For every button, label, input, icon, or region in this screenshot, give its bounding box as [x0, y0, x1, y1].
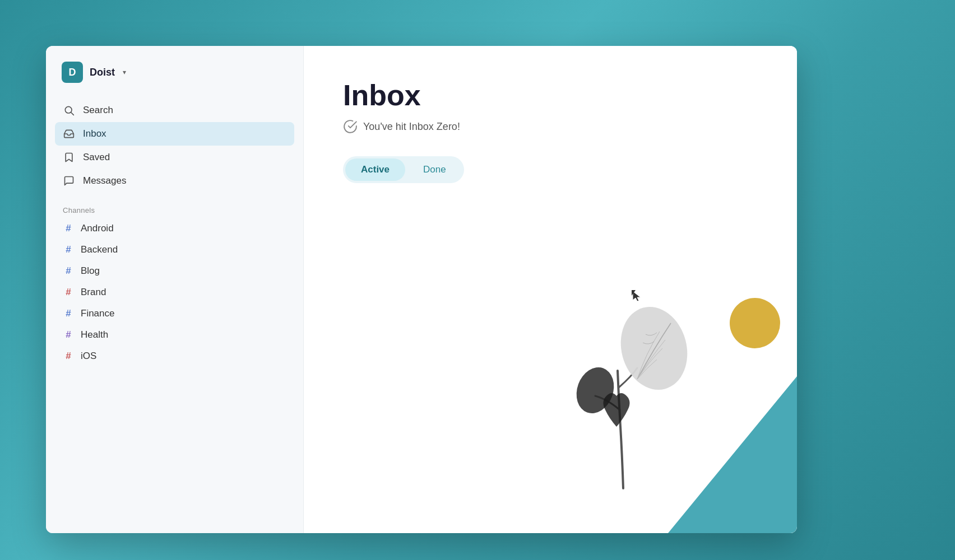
channel-android-label: Android [81, 223, 114, 234]
hash-icon: # [63, 329, 74, 340]
channel-health[interactable]: # Health [55, 324, 294, 346]
svg-line-1 [71, 113, 74, 115]
sidebar: D Doist ▾ Search [46, 46, 304, 533]
channels-label: Channels [55, 206, 294, 214]
hash-icon: # [63, 244, 74, 255]
search-icon [63, 104, 75, 116]
channel-android[interactable]: # Android [55, 218, 294, 239]
channel-blog[interactable]: # Blog [55, 260, 294, 282]
channel-ios-label: iOS [81, 351, 96, 362]
channel-brand-label: Brand [81, 287, 106, 298]
app-window: D Doist ▾ Search [46, 46, 797, 533]
filter-tabs: Active Done [343, 156, 464, 183]
message-icon [63, 175, 75, 187]
channel-backend-label: Backend [81, 244, 118, 255]
workspace-header[interactable]: D Doist ▾ [46, 46, 303, 94]
teal-shape [601, 376, 797, 533]
sidebar-item-search-label: Search [83, 105, 113, 116]
check-circle-icon [343, 119, 358, 134]
yellow-circle-decoration [730, 298, 780, 348]
svg-marker-2 [601, 376, 797, 533]
tab-active[interactable]: Active [345, 158, 405, 181]
illustration [483, 253, 797, 533]
plant-illustration [550, 298, 696, 500]
hash-icon: # [63, 308, 74, 319]
sidebar-item-saved[interactable]: Saved [55, 146, 294, 169]
sidebar-item-inbox-label: Inbox [83, 128, 106, 139]
channel-brand[interactable]: # Brand [55, 282, 294, 303]
page-title: Inbox [343, 80, 758, 111]
channel-finance[interactable]: # Finance [55, 303, 294, 324]
tab-done[interactable]: Done [407, 158, 462, 181]
nav-list: Search Inbox Saved [46, 94, 303, 197]
workspace-icon: D [62, 62, 83, 83]
channel-health-label: Health [81, 329, 108, 340]
sidebar-item-messages[interactable]: Messages [55, 169, 294, 193]
cursor [632, 290, 643, 304]
chevron-down-icon: ▾ [123, 68, 126, 76]
sidebar-item-messages-label: Messages [83, 175, 126, 186]
sidebar-item-inbox[interactable]: Inbox [55, 122, 294, 146]
channel-blog-label: Blog [81, 265, 100, 277]
inbox-icon [63, 128, 75, 140]
channels-section: Channels # Android # Backend # Blog # Br… [46, 197, 303, 367]
inbox-zero-text: You've hit Inbox Zero! [363, 121, 460, 133]
channel-ios[interactable]: # iOS [55, 346, 294, 367]
inbox-zero-status: You've hit Inbox Zero! [343, 119, 758, 134]
inbox-area: Inbox You've hit Inbox Zero! Active Done [304, 46, 797, 217]
main-content: Inbox You've hit Inbox Zero! Active Done [304, 46, 797, 533]
hash-icon: # [63, 287, 74, 298]
svg-point-4 [571, 362, 620, 419]
sidebar-item-search[interactable]: Search [55, 99, 294, 122]
channel-finance-label: Finance [81, 308, 114, 319]
hash-icon: # [63, 265, 74, 277]
svg-point-3 [612, 300, 696, 398]
sidebar-item-saved-label: Saved [83, 152, 110, 163]
channel-backend[interactable]: # Backend [55, 239, 294, 260]
hash-icon: # [63, 351, 74, 362]
hash-icon: # [63, 223, 74, 234]
bookmark-icon [63, 151, 75, 164]
workspace-name: Doist [90, 67, 115, 78]
